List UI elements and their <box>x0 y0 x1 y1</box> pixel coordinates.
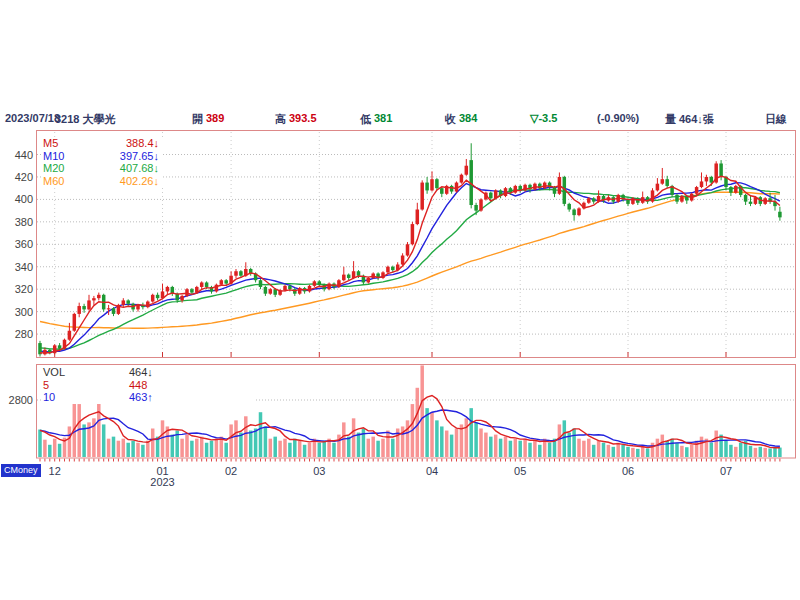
legend-row: M60402.26↓ <box>41 175 163 188</box>
legend-row: 5448 <box>41 379 255 392</box>
volume-value: 464↓張 <box>679 112 714 127</box>
legend-value: 464↓ <box>129 366 153 379</box>
legend-row: VOL464↓ <box>41 366 255 379</box>
legend-row: 10463↑ <box>41 391 255 404</box>
high-label: 高 <box>275 112 286 127</box>
month-tick-label: 05 <box>514 466 526 477</box>
price-tick-label: 380 <box>0 216 33 228</box>
legend-row: M5388.4↓ <box>41 137 163 150</box>
legend-value: 407.68↓ <box>120 162 159 175</box>
month-tick-label: 07 <box>720 466 732 477</box>
legend-value: 402.26↓ <box>120 175 159 188</box>
legend-name: 10 <box>43 391 55 404</box>
stock-chart-screen: 2023/07/18 3218 大學光 開 389 高 393.5 低 381 … <box>0 0 800 600</box>
month-tick-label: 02 <box>225 466 237 477</box>
high-value: 393.5 <box>289 112 317 124</box>
change-pct-value: (-0.90%) <box>597 112 639 124</box>
legend-row: M20407.68↓ <box>41 162 163 175</box>
month-tick-label: 12 <box>49 466 61 477</box>
month-tick-label: 06 <box>622 466 634 477</box>
price-tick-label: 400 <box>0 193 33 205</box>
year-tick-label: 2023 <box>150 477 174 488</box>
price-tick-label: 420 <box>0 171 33 183</box>
close-value: 384 <box>459 112 477 124</box>
cmoney-watermark: CMoney <box>1 464 41 477</box>
legend-name: M5 <box>43 137 58 150</box>
stock-id-name: 3218 大學光 <box>55 112 116 127</box>
volume-label: 量 <box>665 112 676 127</box>
legend-value: 397.65↓ <box>120 150 159 163</box>
open-label: 開 <box>192 112 203 127</box>
month-tick-label: 04 <box>426 466 438 477</box>
legend-name: VOL <box>43 366 65 379</box>
legend-row: M10397.65↓ <box>41 150 163 163</box>
price-tick-label: 360 <box>0 238 33 250</box>
price-tick-label: 300 <box>0 306 33 318</box>
price-tick-label: 280 <box>0 328 33 340</box>
ma-legend: M5388.4↓M10397.65↓M20407.68↓M60402.26↓ <box>41 137 163 187</box>
low-label: 低 <box>360 112 371 127</box>
month-tick-label: 03 <box>313 466 325 477</box>
close-label: 收 <box>445 112 456 127</box>
price-tick-label: 440 <box>0 149 33 161</box>
price-tick-label: 340 <box>0 261 33 273</box>
low-value: 381 <box>374 112 392 124</box>
volume-tick-label: 2800 <box>0 394 33 406</box>
legend-value: 448 <box>129 379 147 392</box>
legend-value: 388.4↓ <box>126 137 159 150</box>
volume-legend: VOL464↓544810463↑ <box>41 366 255 404</box>
change-value: ▽-3.5 <box>530 112 557 125</box>
legend-name: 5 <box>43 379 49 392</box>
legend-name: M60 <box>43 175 64 188</box>
open-value: 389 <box>206 112 224 124</box>
price-tick-label: 320 <box>0 283 33 295</box>
legend-value: 463↑ <box>129 391 153 404</box>
date-label: 2023/07/18 <box>5 112 60 124</box>
period-selector[interactable]: 日線 <box>765 112 787 127</box>
legend-name: M10 <box>43 150 64 163</box>
legend-name: M20 <box>43 162 64 175</box>
